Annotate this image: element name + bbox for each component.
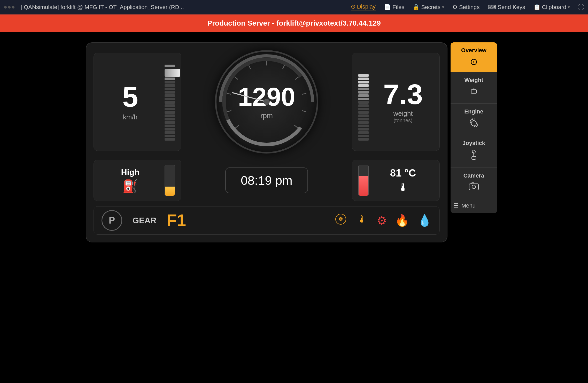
window-title: [IQANsimulate] forklift @ MFG IT - OT_Ap… bbox=[21, 4, 345, 11]
gear-icon: ⚙ bbox=[452, 4, 458, 11]
svg-rect-26 bbox=[469, 184, 478, 190]
rpm-dial-container: 1290 rpm bbox=[187, 50, 347, 154]
chevron-down-icon-2: ▾ bbox=[568, 5, 570, 10]
weight-panel: 7.3 weight (tonnes) bbox=[352, 53, 440, 151]
svg-line-13 bbox=[233, 93, 267, 102]
cooling-icon: ❄ bbox=[334, 213, 347, 228]
menu-label: Menu bbox=[461, 202, 476, 209]
nav-fullscreen[interactable]: ⛶ bbox=[578, 4, 584, 11]
sidebar-overview-btn[interactable]: Overview ⊙ bbox=[451, 42, 497, 72]
speed-bar-gauge bbox=[165, 63, 175, 141]
nav-display[interactable]: ⊙ Display bbox=[351, 3, 376, 11]
fuel-level-text: High bbox=[121, 167, 139, 177]
speed-value: 5 bbox=[122, 83, 138, 111]
banner-text: Production Server - forklift@privxotext/… bbox=[207, 19, 381, 27]
speed-value-box: 5 km/h bbox=[100, 83, 160, 121]
fire-icon: 🔥 bbox=[395, 214, 409, 227]
svg-line-11 bbox=[302, 111, 306, 112]
svg-text:🌡: 🌡 bbox=[357, 214, 367, 225]
clipboard-icon: 📋 bbox=[533, 4, 540, 11]
fluid-icon: 💧 bbox=[417, 214, 432, 227]
speed-panel: 5 km/h bbox=[94, 53, 181, 151]
dot-1 bbox=[4, 6, 7, 9]
weight-bar-gauge bbox=[358, 63, 369, 141]
dashboard: 5 km/h bbox=[86, 42, 447, 242]
keyboard-icon: ⌨ bbox=[488, 4, 496, 11]
clock-panel: 08:19 pm bbox=[225, 167, 308, 193]
weight-icon bbox=[469, 86, 479, 99]
fuel-bar-fill bbox=[165, 187, 175, 196]
sidebar-camera-btn[interactable]: Camera bbox=[451, 168, 497, 198]
chevron-down-icon: ▾ bbox=[442, 5, 444, 10]
sidebar-joystick-btn[interactable]: Joystick bbox=[451, 135, 497, 168]
fuel-bar bbox=[165, 165, 175, 196]
fuel-icon: ⛽ bbox=[122, 179, 138, 194]
production-banner: Production Server - forklift@privxotext/… bbox=[0, 14, 588, 32]
fuel-info: High ⛽ bbox=[100, 167, 160, 194]
speed-unit: km/h bbox=[123, 113, 137, 121]
temp-value: 81 °C bbox=[390, 167, 416, 179]
svg-line-3 bbox=[227, 111, 231, 112]
status-icons: ❄ 🌡 ⚙ 🔥 💧 bbox=[334, 213, 432, 228]
camera-label: Camera bbox=[463, 172, 484, 179]
nav-secrets[interactable]: 🔒 Secrets ▾ bbox=[413, 4, 444, 11]
fuel-panel: High ⛽ bbox=[94, 160, 181, 201]
svg-line-9 bbox=[295, 77, 299, 79]
sidebar-menu-btn[interactable]: ☰ Menu bbox=[451, 198, 497, 213]
svg-line-8 bbox=[283, 65, 284, 69]
gear-label: GEAR bbox=[133, 216, 156, 225]
temp-info: 81 °C 🌡 bbox=[373, 167, 433, 194]
temp-bar bbox=[358, 165, 369, 196]
sidebar-engine-btn[interactable]: Engine bbox=[451, 104, 497, 135]
svg-line-5 bbox=[235, 77, 238, 79]
rpm-dial: 1290 rpm bbox=[215, 50, 318, 154]
svg-line-10 bbox=[302, 93, 306, 94]
weight-label: Weight bbox=[465, 77, 483, 83]
dot-3 bbox=[12, 6, 14, 9]
engine-label: Engine bbox=[464, 108, 483, 115]
svg-line-6 bbox=[249, 65, 251, 69]
weight-unit: weight bbox=[393, 110, 413, 118]
dashboard-wrapper: 5 km/h bbox=[86, 42, 502, 242]
gauges-row: 5 km/h bbox=[94, 50, 440, 154]
svg-line-12 bbox=[295, 125, 298, 128]
svg-point-14 bbox=[264, 99, 269, 105]
svg-point-27 bbox=[472, 185, 476, 189]
nav-items: ⊙ Display 📄 Files 🔒 Secrets ▾ ⚙ Settings… bbox=[351, 3, 584, 11]
svg-line-2 bbox=[236, 125, 239, 128]
fullscreen-icon: ⛶ bbox=[578, 4, 584, 11]
dot-2 bbox=[8, 6, 11, 9]
nav-sendkeys[interactable]: ⌨ Send Keys bbox=[488, 4, 525, 11]
lock-icon: 🔒 bbox=[413, 4, 420, 11]
svg-point-21 bbox=[471, 121, 476, 126]
joystick-icon bbox=[469, 149, 478, 163]
nav-clipboard[interactable]: 📋 Clipboard ▾ bbox=[533, 4, 570, 11]
engine-icon bbox=[468, 118, 479, 130]
status-bar: P GEAR F1 ❄ 🌡 ⚙ 🔥 💧 bbox=[94, 206, 440, 235]
temp-panel: 81 °C 🌡 bbox=[352, 160, 440, 201]
rpm-arc-svg bbox=[216, 52, 317, 152]
bottom-row: High ⛽ 08:19 pm 81 bbox=[94, 160, 440, 201]
menu-icon: ☰ bbox=[454, 202, 459, 209]
temp-bar-fill bbox=[359, 176, 368, 196]
display-icon: ⊙ bbox=[351, 3, 355, 10]
svg-rect-28 bbox=[472, 183, 474, 184]
gear-value: F1 bbox=[167, 211, 186, 230]
overview-label: Overview bbox=[461, 47, 486, 54]
weight-value: 7.3 bbox=[383, 80, 423, 109]
alert-icon: ⚙ bbox=[377, 214, 387, 227]
nav-settings[interactable]: ⚙ Settings bbox=[452, 4, 480, 11]
svg-text:❄: ❄ bbox=[338, 216, 343, 223]
top-bar: [IQANsimulate] forklift @ MFG IT - OT_Ap… bbox=[0, 0, 588, 14]
overview-icon: ⊙ bbox=[470, 56, 478, 67]
sidebar-weight-btn[interactable]: Weight bbox=[451, 72, 497, 104]
svg-rect-18 bbox=[471, 90, 476, 93]
files-icon: 📄 bbox=[384, 4, 391, 11]
joystick-label: Joystick bbox=[462, 140, 485, 147]
sidebar: Overview ⊙ Weight Engine Joystick bbox=[451, 42, 502, 213]
main-content: 5 km/h bbox=[0, 32, 588, 253]
nav-files[interactable]: 📄 Files bbox=[384, 4, 404, 11]
parking-button[interactable]: P bbox=[102, 210, 122, 231]
svg-line-4 bbox=[227, 93, 231, 94]
camera-icon bbox=[468, 182, 479, 193]
